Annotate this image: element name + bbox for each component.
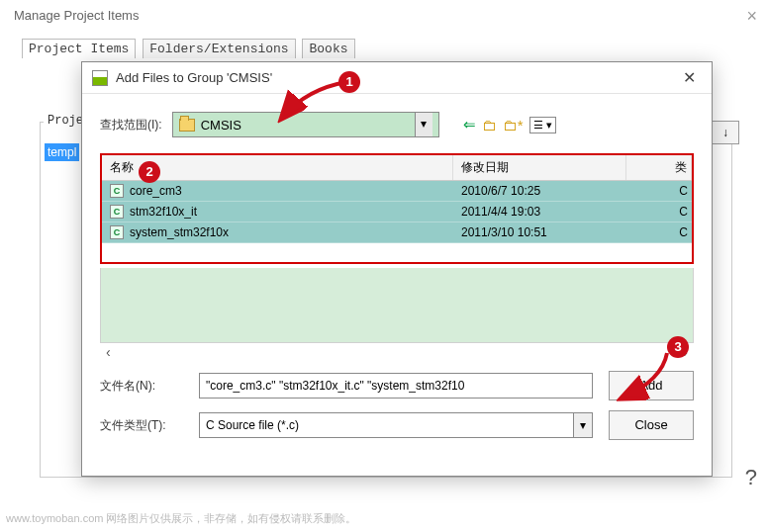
c-file-icon: C [110, 225, 124, 239]
back-icon[interactable]: ⇐ [463, 116, 476, 133]
file-list-blank [100, 268, 694, 343]
lookup-row: 查找范围(I): CMSIS ▾ ⇐ 🗀 🗀* ☰ ▾ [82, 94, 712, 147]
col-date[interactable]: 修改日期 [453, 155, 626, 180]
file-row[interactable]: Cstm32f10x_it 2011/4/4 19:03 C [102, 202, 692, 222]
outer-window-title: Manage Project Items [0, 0, 767, 27]
nav-icons: ⇐ 🗀 🗀* ☰ ▾ [463, 116, 556, 133]
dialog-titlebar: Add Files to Group 'CMSIS' ✕ [82, 62, 712, 94]
close-button[interactable]: Close [609, 410, 694, 440]
col-name-label: 名称 [110, 159, 134, 176]
file-row[interactable]: Ccore_cm3 2010/6/7 10:25 C [102, 181, 692, 202]
col-type[interactable]: 类 [626, 155, 692, 180]
project-item-template[interactable]: templ [45, 143, 79, 161]
lookup-label: 查找范围(I): [100, 117, 162, 133]
c-file-icon: C [110, 184, 124, 198]
footer-watermark: www.toymoban.com 网络图片仅供展示，非存储，如有侵权请联系删除。 [6, 511, 356, 526]
annotation-badge-2: 2 [139, 161, 160, 183]
tab-project-items[interactable]: Project Items [22, 39, 136, 58]
annotation-arrow-3 [608, 350, 677, 404]
tab-books[interactable]: Books [302, 39, 354, 58]
file-row[interactable]: Csystem_stm32f10x 2011/3/10 10:51 C [102, 222, 692, 243]
outer-tabs: Project Items Folders/Extensions Books [22, 39, 767, 58]
scroll-left-icon[interactable]: ‹ [100, 344, 117, 360]
annotation-badge-1: 1 [338, 71, 360, 93]
annotation-badge-3: 3 [667, 336, 689, 358]
view-menu-button[interactable]: ☰ ▾ [529, 117, 556, 133]
file-type: C [626, 202, 692, 222]
file-list: 名称 修改日期 类 Ccore_cm3 2010/6/7 10:25 C Cst… [100, 153, 694, 264]
filetype-label: 文件类型(T): [100, 417, 183, 434]
filename-label: 文件名(N): [100, 378, 183, 395]
filetype-row: 文件类型(T): C Source file (*.c) ▾ Close [82, 400, 712, 440]
file-name: core_cm3 [130, 184, 182, 198]
filename-input[interactable]: "core_cm3.c" "stm32f10x_it.c" "system_st… [199, 373, 593, 399]
c-file-icon: C [110, 205, 124, 219]
scroll-track[interactable] [117, 351, 678, 353]
filetype-dropdown-arrow[interactable]: ▾ [573, 413, 592, 437]
help-icon[interactable]: ? [745, 465, 757, 490]
file-type: C [626, 181, 692, 201]
file-date: 2010/6/7 10:25 [453, 181, 626, 201]
dialog-close-button[interactable]: ✕ [677, 68, 702, 87]
move-down-button[interactable]: ↓ [712, 121, 739, 144]
new-folder-icon[interactable]: 🗀* [503, 117, 524, 133]
file-type: C [626, 222, 692, 242]
file-date: 2011/4/4 19:03 [453, 202, 626, 222]
file-name: system_stm32f10x [130, 225, 229, 239]
add-files-dialog: Add Files to Group 'CMSIS' ✕ 查找范围(I): CM… [81, 61, 713, 477]
outer-close-icon[interactable]: × [746, 6, 757, 27]
dialog-app-icon [92, 70, 108, 86]
hscrollbar[interactable]: ‹ › [100, 343, 694, 361]
filetype-value: C Source file (*.c) [206, 413, 299, 437]
file-date: 2011/3/10 10:51 [453, 222, 626, 242]
file-list-header: 名称 修改日期 类 [102, 155, 692, 181]
tab-folders-extensions[interactable]: Folders/Extensions [143, 39, 295, 58]
folder-icon [179, 119, 195, 132]
filetype-select[interactable]: C Source file (*.c) ▾ [199, 412, 593, 438]
file-name: stm32f10x_it [130, 205, 197, 219]
folder-dropdown-arrow[interactable]: ▾ [415, 113, 432, 136]
dialog-title: Add Files to Group 'CMSIS' [116, 70, 677, 85]
up-folder-icon[interactable]: 🗀 [482, 117, 497, 133]
